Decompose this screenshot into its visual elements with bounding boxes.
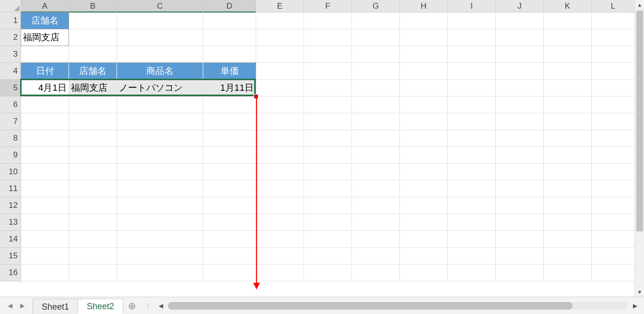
cell-I3[interactable] [448,46,496,63]
cell-A11[interactable] [21,181,69,197]
row-header-12[interactable]: 12 [0,197,21,214]
cell-C2[interactable] [117,29,203,46]
scroll-left-arrow[interactable]: ◀ [155,301,166,311]
cell-H5[interactable] [400,80,448,97]
cell-H12[interactable] [400,197,448,214]
cell-G15[interactable] [352,248,400,265]
cell-J4[interactable] [496,63,544,80]
cell-D4[interactable]: 単価 [203,63,256,80]
cell-D2[interactable] [203,29,256,46]
cell-A15[interactable] [21,248,69,265]
cell-C12[interactable] [117,197,203,214]
cell-L4[interactable] [592,63,635,80]
cell-B10[interactable] [69,164,117,181]
cell-J3[interactable] [496,46,544,63]
row-header-6[interactable]: 6 [0,97,21,113]
cell-F3[interactable] [304,46,352,63]
cell-L3[interactable] [592,46,635,63]
cell-I4[interactable] [448,63,496,80]
cell-L5[interactable] [592,80,635,97]
cell-F6[interactable] [304,97,352,113]
cell-E10[interactable] [256,164,304,181]
cell-B6[interactable] [69,97,117,113]
cell-L8[interactable] [592,130,635,147]
cell-J16[interactable] [496,265,544,281]
cell-F8[interactable] [304,130,352,147]
cell-A10[interactable] [21,164,69,181]
column-header-D[interactable]: D [203,0,256,12]
cell-I12[interactable] [448,197,496,214]
cell-C10[interactable] [117,164,203,181]
scroll-down-arrow[interactable]: ▼ [635,287,644,297]
cell-K13[interactable] [544,214,592,231]
cell-H9[interactable] [400,147,448,164]
cell-F13[interactable] [304,214,352,231]
vertical-scrollbar[interactable]: ▲ ▼ [634,0,644,297]
cell-C16[interactable] [117,265,203,281]
cell-A6[interactable] [21,97,69,113]
row-header-14[interactable]: 14 [0,231,21,248]
cell-D14[interactable] [203,231,256,248]
row-header-2[interactable]: 2 [0,29,21,46]
cell-I11[interactable] [448,181,496,197]
column-header-H[interactable]: H [400,0,448,12]
cell-G4[interactable] [352,63,400,80]
cell-A7[interactable] [21,113,69,130]
cell-K16[interactable] [544,265,592,281]
cell-H11[interactable] [400,181,448,197]
cell-D5[interactable]: 1月11日 [203,80,256,97]
cell-G10[interactable] [352,164,400,181]
cell-G6[interactable] [352,97,400,113]
cell-J12[interactable] [496,197,544,214]
cell-I5[interactable] [448,80,496,97]
cell-F11[interactable] [304,181,352,197]
cell-B16[interactable] [69,265,117,281]
cell-J7[interactable] [496,113,544,130]
cell-C11[interactable] [117,181,203,197]
cell-K8[interactable] [544,130,592,147]
tab-nav-next[interactable]: ▶ [16,299,29,313]
tab-splitter[interactable]: ⋮ [145,302,152,310]
cell-B3[interactable] [69,46,117,63]
cell-L9[interactable] [592,147,635,164]
row-header-1[interactable]: 1 [0,12,21,29]
cell-D11[interactable] [203,181,256,197]
cell-C6[interactable] [117,97,203,113]
horizontal-scrollbar[interactable]: ⋮ ◀ ▶ [141,297,644,314]
cell-E3[interactable] [256,46,304,63]
cell-G14[interactable] [352,231,400,248]
cell-G12[interactable] [352,197,400,214]
cell-A9[interactable] [21,147,69,164]
cell-F9[interactable] [304,147,352,164]
column-header-A[interactable]: A [21,0,69,12]
cell-L14[interactable] [592,231,635,248]
cell-G1[interactable] [352,12,400,29]
cell-D13[interactable] [203,214,256,231]
cell-F16[interactable] [304,265,352,281]
cell-K6[interactable] [544,97,592,113]
row-header-9[interactable]: 9 [0,147,21,164]
cell-H3[interactable] [400,46,448,63]
cell-I6[interactable] [448,97,496,113]
column-header-L[interactable]: L [592,0,635,12]
cell-E2[interactable] [256,29,304,46]
tab-nav-prev[interactable]: ◀ [4,299,16,313]
cell-A14[interactable] [21,231,69,248]
cell-I13[interactable] [448,214,496,231]
cell-H7[interactable] [400,113,448,130]
cell-E14[interactable] [256,231,304,248]
cell-G8[interactable] [352,130,400,147]
cell-A4[interactable]: 日付 [21,63,69,80]
cell-K5[interactable] [544,80,592,97]
row-header-10[interactable]: 10 [0,164,21,181]
cell-F12[interactable] [304,197,352,214]
scroll-right-arrow[interactable]: ▶ [630,301,640,311]
cell-J1[interactable] [496,12,544,29]
cell-C8[interactable] [117,130,203,147]
cell-A3[interactable] [21,46,69,63]
cell-C1[interactable] [117,12,203,29]
cell-I1[interactable] [448,12,496,29]
row-header-4[interactable]: 4 [0,63,21,80]
cell-B13[interactable] [69,214,117,231]
cell-B12[interactable] [69,197,117,214]
